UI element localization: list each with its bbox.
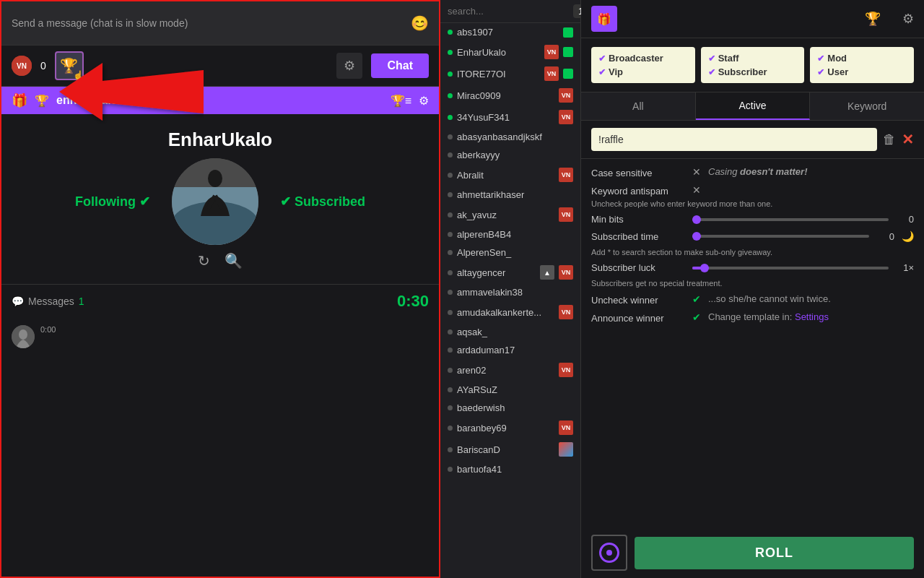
min-bits-slider[interactable] <box>692 218 889 221</box>
badge-red: VN <box>559 168 573 182</box>
chat-button[interactable]: Chat <box>371 53 429 78</box>
right-panel: 🎁 🏆 ⚙ ✔ Broadcaster ✔ Vip ✔ Staff ✔ Subs… <box>581 0 924 578</box>
settings-link[interactable]: Settings <box>795 311 829 322</box>
list-item[interactable]: amudakalkankerte...VN <box>440 301 580 323</box>
case-sensitive-toggle[interactable]: ✕ <box>692 166 701 178</box>
announce-winner-note: Change template in: Settings <box>708 311 914 322</box>
tab-keyword[interactable]: Keyword <box>810 92 924 120</box>
chat-input-bar: Send a message (chat is in slow mode) 😊 <box>1 1 439 45</box>
badge-vn: VN <box>559 363 573 377</box>
role-card-staff: ✔ Staff ✔ Subscriber <box>701 47 805 83</box>
min-bits-row: Min bits 0 <box>591 214 914 225</box>
uncheck-winner-toggle[interactable]: ✔ <box>692 293 701 305</box>
user-dot <box>448 368 453 373</box>
subscriber-luck-label: Subscriber luck <box>591 262 685 273</box>
badge-green <box>563 69 573 79</box>
list-item[interactable]: ammavelakin38 <box>440 283 580 301</box>
following-label: Following ✔ <box>75 194 150 210</box>
user-dot <box>448 212 453 217</box>
list-item[interactable]: abasyanbasandjkskf <box>440 128 580 146</box>
user-dot <box>448 250 453 255</box>
user-name: BariscanD <box>457 444 554 455</box>
roll-button[interactable]: ROLL <box>635 537 914 569</box>
profile-avatar <box>172 158 258 245</box>
user-name: EnharUkalo <box>457 47 540 58</box>
chat-input-placeholder[interactable]: Send a message (chat is in slow mode) <box>12 17 404 29</box>
messages-time: 0:30 <box>397 292 429 311</box>
trophy-list-icon[interactable]: 🏆≡ <box>391 94 411 108</box>
keyword-row: 🗑 ✕ <box>581 121 924 159</box>
list-item[interactable]: aren02VN <box>440 359 580 381</box>
tab-all[interactable]: All <box>581 92 696 120</box>
roll-target-button[interactable] <box>591 535 627 571</box>
subscribed-time-value: 0 <box>876 231 894 242</box>
list-item[interactable]: Mirac0909VN <box>440 85 580 106</box>
roll-target-dot <box>606 550 612 556</box>
tab-active[interactable]: Active <box>696 92 811 120</box>
list-item[interactable]: AlperenSen_ <box>440 243 580 262</box>
filter-tabs: All Active Keyword <box>581 92 924 121</box>
min-bits-value: 0 <box>896 214 914 225</box>
user-name: aren02 <box>457 365 554 376</box>
uncheck-winner-label: Uncheck winner <box>591 293 685 306</box>
keyword-input[interactable] <box>591 128 877 151</box>
badge-green <box>563 27 573 38</box>
list-item[interactable]: abs1907 <box>440 23 580 41</box>
list-item[interactable]: altaygencer▲VN <box>440 262 580 283</box>
role-subscriber: ✔ Subscriber <box>708 66 798 77</box>
list-item[interactable]: ak_yavuzVN <box>440 204 580 225</box>
list-item[interactable]: ITORE77OIVN <box>440 63 580 85</box>
list-item[interactable]: EnharUkaloVN <box>440 41 580 63</box>
list-item[interactable]: aberkayyy <box>440 146 580 164</box>
list-item[interactable]: alperenB4B4 <box>440 225 580 243</box>
list-item[interactable]: baederwish <box>440 399 580 417</box>
gear-icon-right[interactable]: ⚙ <box>902 11 914 27</box>
subscribed-label: ✔ Subscribed <box>280 194 365 210</box>
role-staff: ✔ Staff <box>708 53 798 64</box>
user-bar: 🎁 🏆 enharukalo 🏆≡ ⚙ <box>1 87 439 114</box>
announce-winner-row: Announce winner ✔ Change template in: Se… <box>591 311 914 324</box>
list-item[interactable]: AbralitVN <box>440 164 580 186</box>
uncheck-winner-note: ...so she/he cannot win twice. <box>708 293 914 304</box>
user-list: abs1907EnharUkaloVNITORE77OIVNMirac0909V… <box>440 23 580 578</box>
msg-avatar <box>12 325 35 348</box>
refresh-icon[interactable]: ↻ <box>198 252 210 269</box>
gift-button[interactable]: 🎁 <box>591 6 617 32</box>
list-item[interactable]: ahmettarikhaser <box>440 186 580 204</box>
keyword-antispam-toggle[interactable]: ✕ <box>692 184 701 196</box>
user-dot <box>448 30 453 35</box>
user-dot <box>448 232 453 237</box>
chat-msg-row: 0:00 <box>12 325 429 348</box>
badge-up: ▲ <box>540 265 554 280</box>
user-name: ammavelakin38 <box>457 287 573 298</box>
trophy-button[interactable]: 🏆 ☝ <box>55 51 84 80</box>
search-icon[interactable]: 🔍 <box>225 252 243 269</box>
list-item[interactable]: BariscanD <box>440 439 580 460</box>
list-item[interactable]: 34YusuF341VN <box>440 106 580 128</box>
user-name: baederwish <box>457 402 573 413</box>
settings-icon-bar[interactable]: ⚙ <box>419 94 429 108</box>
subscriber-luck-note: Subscribers get no special treatment. <box>591 279 914 288</box>
middle-panel: 129 abs1907EnharUkaloVNITORE77OIVNMirac0… <box>440 0 581 578</box>
list-item[interactable]: ardaduman17 <box>440 341 580 359</box>
subscriber-luck-slider[interactable] <box>692 267 889 269</box>
gear-button[interactable]: ⚙ <box>336 53 362 79</box>
min-bits-label: Min bits <box>591 214 685 225</box>
keyword-antispam-label: Keyword antispam <box>591 184 685 197</box>
list-item[interactable]: baranbey69VN <box>440 417 580 439</box>
list-item[interactable]: AYaRSuZ <box>440 381 580 399</box>
search-input[interactable] <box>448 6 569 17</box>
announce-winner-toggle[interactable]: ✔ <box>692 311 701 323</box>
case-sensitive-label: Case sensitive <box>591 166 685 178</box>
check-mod: ✔ <box>817 53 824 64</box>
svg-text:VN: VN <box>17 62 27 70</box>
emoji-icon[interactable]: 😊 <box>411 14 429 32</box>
list-item[interactable]: aqsak_ <box>440 323 580 341</box>
list-item[interactable]: bartuofa41 <box>440 460 580 478</box>
close-keyword-button[interactable]: ✕ <box>902 131 914 148</box>
user-dot <box>448 115 453 120</box>
profile-area: EnharUkalo Following ✔ <box>1 114 439 284</box>
trophy-icon-right[interactable]: 🏆 <box>865 11 881 27</box>
delete-keyword-button[interactable]: 🗑 <box>883 132 896 147</box>
subscribed-time-slider[interactable] <box>692 235 869 238</box>
